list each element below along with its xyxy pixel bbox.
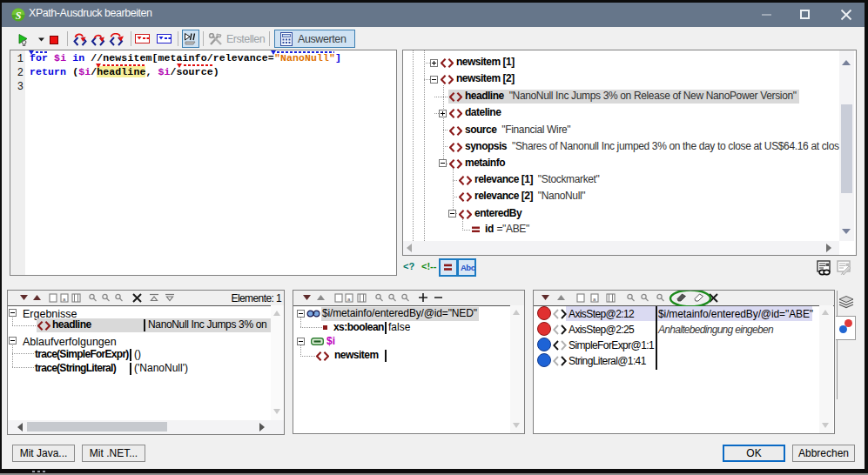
svg-text:S: S <box>16 10 22 22</box>
